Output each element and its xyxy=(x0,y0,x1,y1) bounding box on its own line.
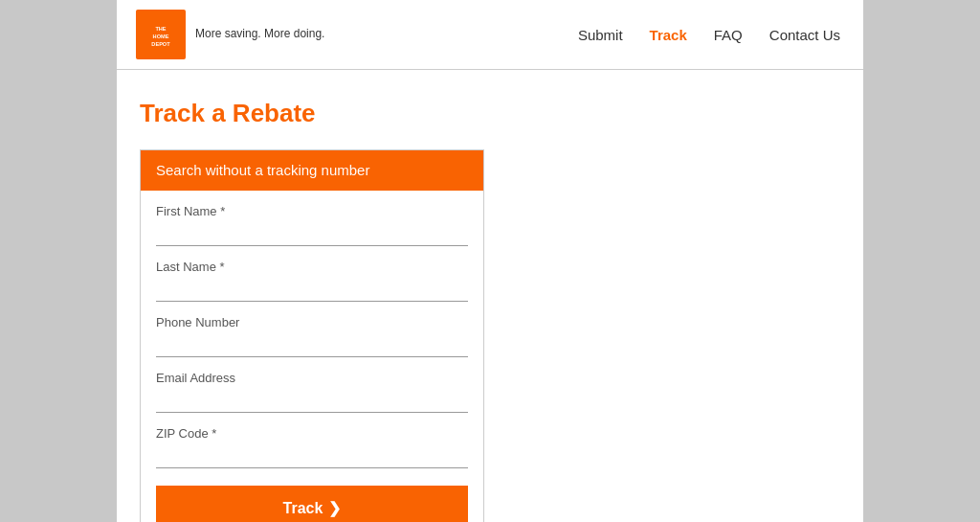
email-address-label: Email Address xyxy=(156,371,468,385)
svg-text:THE: THE xyxy=(155,26,166,32)
nav-item-track[interactable]: Track xyxy=(650,27,687,43)
last-name-label: Last Name * xyxy=(156,260,468,274)
track-button-label: Track xyxy=(283,500,323,517)
tagline-text: More saving. More doing. xyxy=(195,27,324,40)
first-name-field: First Name * xyxy=(156,204,468,246)
first-name-label: First Name * xyxy=(156,204,468,218)
last-name-field: Last Name * xyxy=(156,260,468,302)
page-title: Track a Rebate xyxy=(140,99,840,128)
zip-code-input[interactable] xyxy=(156,444,468,468)
header: THE HOME DEPOT More saving. More doing. … xyxy=(117,0,863,70)
svg-text:DEPOT: DEPOT xyxy=(151,41,170,47)
logo-area: THE HOME DEPOT More saving. More doing. xyxy=(136,10,324,59)
phone-number-input[interactable] xyxy=(156,333,468,357)
phone-number-label: Phone Number xyxy=(156,315,468,329)
first-name-input[interactable] xyxy=(156,222,468,246)
form-panel: Search without a tracking number First N… xyxy=(140,149,484,522)
nav-item-contact-us[interactable]: Contact Us xyxy=(769,27,840,43)
nav-item-faq[interactable]: FAQ xyxy=(714,27,743,43)
home-depot-logo: THE HOME DEPOT xyxy=(136,10,186,59)
panel-header-text: Search without a tracking number xyxy=(156,162,369,178)
logo-tagline: More saving. More doing. xyxy=(195,27,324,42)
phone-number-field: Phone Number xyxy=(156,315,468,357)
zip-code-label: ZIP Code * xyxy=(156,426,468,441)
email-address-input[interactable] xyxy=(156,389,468,413)
nav-item-submit[interactable]: Submit xyxy=(578,27,623,43)
main-nav: Submit Track FAQ Contact Us xyxy=(578,27,840,43)
form-body: First Name * Last Name * Phone Number Em… xyxy=(141,204,483,522)
zip-code-field: ZIP Code * xyxy=(156,426,468,468)
chevron-right-icon: ❯ xyxy=(328,499,341,517)
page-wrapper: THE HOME DEPOT More saving. More doing. … xyxy=(117,0,863,522)
email-address-field: Email Address xyxy=(156,371,468,413)
svg-text:HOME: HOME xyxy=(153,34,169,39)
track-button[interactable]: Track ❯ xyxy=(156,486,468,522)
last-name-input[interactable] xyxy=(156,278,468,302)
main-content: Track a Rebate Search without a tracking… xyxy=(117,70,863,522)
panel-header: Search without a tracking number xyxy=(141,150,483,191)
